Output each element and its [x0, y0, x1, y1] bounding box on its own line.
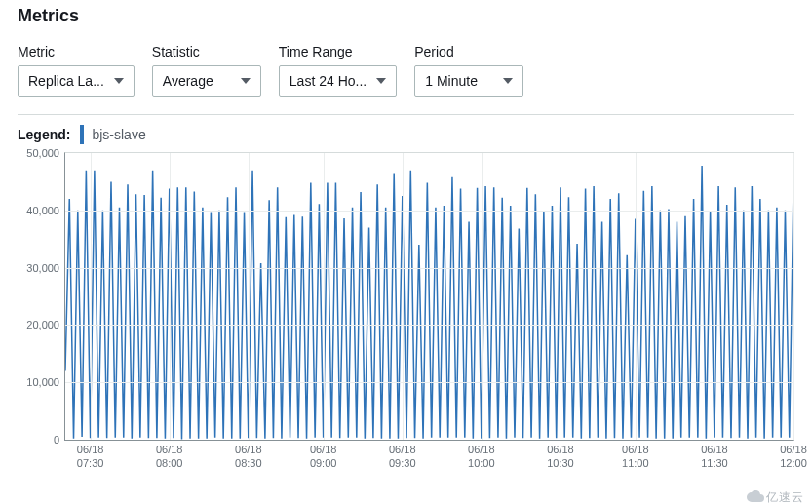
x-tick-label: 06/1810:30 [547, 444, 574, 471]
timerange-select-value: Last 24 Ho... [290, 73, 367, 89]
line-chart [65, 153, 793, 440]
x-tick-label: 06/1810:00 [468, 444, 495, 471]
chart-area: 010,00020,00030,00040,00050,00006/1807:3… [18, 148, 794, 470]
statistic-select[interactable]: Average [152, 65, 261, 97]
legend-row: Legend: bjs-slave [18, 125, 794, 144]
cloud-icon [747, 490, 764, 504]
x-tick-label: 06/1808:30 [235, 444, 262, 471]
y-tick-label: 0 [19, 434, 59, 446]
y-tick-label: 20,000 [19, 319, 59, 330]
x-gridline [403, 153, 404, 440]
timerange-select[interactable]: Last 24 Ho... [279, 65, 397, 97]
caret-down-icon [503, 78, 513, 84]
y-tick-label: 30,000 [19, 262, 59, 274]
metric-select-value: Replica La... [28, 73, 104, 89]
y-gridline [65, 382, 793, 383]
timerange-label: Time Range [279, 44, 397, 59]
y-tick-label: 10,000 [19, 376, 59, 388]
page-title: Metrics [18, 6, 794, 26]
x-gridline [636, 153, 637, 440]
x-gridline [793, 153, 794, 440]
metric-control: Metric Replica La... [18, 44, 135, 97]
x-gridline [170, 153, 171, 440]
legend-label: Legend: [18, 127, 70, 142]
period-select[interactable]: 1 Minute [414, 65, 523, 97]
statistic-control: Statistic Average [152, 44, 261, 97]
x-tick-label: 06/1807:30 [77, 444, 104, 471]
y-gridline [65, 211, 793, 212]
period-select-value: 1 Minute [425, 73, 478, 89]
x-gridline [91, 153, 92, 440]
x-tick-label: 06/1812:00 [780, 444, 807, 471]
watermark-text: 亿速云 [766, 490, 804, 504]
metric-label: Metric [18, 44, 135, 59]
legend-series-name: bjs-slave [92, 127, 145, 142]
timerange-control: Time Range Last 24 Ho... [279, 44, 397, 97]
metric-select[interactable]: Replica La... [18, 65, 135, 97]
x-tick-label: 06/1809:00 [310, 444, 337, 471]
statistic-select-value: Average [163, 73, 213, 89]
y-tick-label: 50,000 [19, 147, 59, 159]
x-gridline [482, 153, 483, 440]
x-tick-label: 06/1808:00 [156, 444, 183, 471]
legend-swatch [80, 125, 84, 144]
caret-down-icon [114, 78, 124, 84]
period-label: Period [414, 44, 523, 59]
plot-frame[interactable]: 010,00020,00030,00040,00050,00006/1807:3… [64, 152, 794, 441]
caret-down-icon [376, 78, 386, 84]
period-control: Period 1 Minute [414, 44, 523, 97]
x-tick-label: 06/1811:00 [622, 444, 649, 471]
x-gridline [324, 153, 325, 440]
y-gridline [65, 325, 793, 326]
y-gridline [65, 268, 793, 269]
x-gridline [561, 153, 561, 440]
x-tick-label: 06/1811:30 [701, 444, 728, 471]
x-gridline [715, 153, 715, 440]
caret-down-icon [241, 78, 251, 84]
watermark: 亿速云 [747, 489, 804, 504]
controls-row: Metric Replica La... Statistic Average T… [18, 44, 794, 115]
x-tick-label: 06/1809:30 [389, 444, 416, 471]
y-tick-label: 40,000 [19, 205, 59, 216]
statistic-label: Statistic [152, 44, 261, 59]
x-gridline [249, 153, 250, 440]
